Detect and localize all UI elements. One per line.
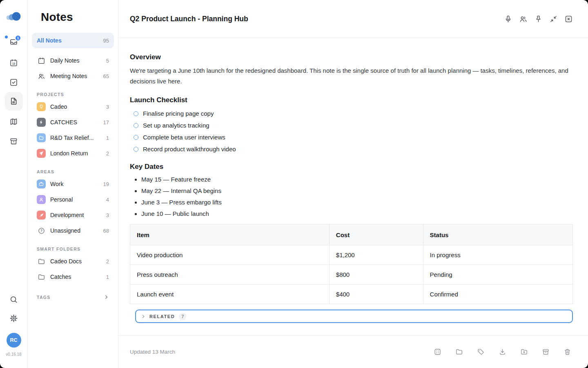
mic-button[interactable] bbox=[503, 14, 513, 24]
chevron-right-icon bbox=[104, 294, 109, 300]
sidebar-item-personal[interactable]: Personal 4 bbox=[32, 192, 114, 207]
table-cell[interactable]: $800 bbox=[329, 265, 423, 285]
sidebar-item-label: Unassigned bbox=[50, 227, 80, 234]
template-button[interactable] bbox=[433, 348, 442, 357]
calendar-13-icon: 13 bbox=[9, 58, 18, 67]
inbox-button[interactable]: 1 bbox=[7, 36, 20, 49]
sidebar-item-label: All Notes bbox=[37, 37, 62, 44]
sidebar-item-label: Daily Notes bbox=[50, 57, 80, 64]
sidebar-item-development[interactable]: Development 3 bbox=[32, 207, 114, 223]
note-header: Q2 Product Launch - Planning Hub bbox=[118, 0, 588, 38]
sidebar-item-label: Cadeo bbox=[50, 103, 67, 110]
user-avatar[interactable]: RC bbox=[7, 333, 21, 348]
note-title: Q2 Product Launch - Planning Hub bbox=[130, 15, 248, 23]
archive-button[interactable] bbox=[7, 135, 20, 148]
checklist-item-label: Record product walkthrough video bbox=[143, 146, 236, 153]
overview-paragraph: We're targeting a June 10th launch for t… bbox=[130, 65, 573, 87]
export-button[interactable] bbox=[498, 348, 507, 357]
checklist-item: Set up analytics tracking bbox=[130, 119, 573, 131]
settings-button[interactable] bbox=[7, 312, 20, 325]
sidebar-title: Notes bbox=[41, 11, 114, 24]
checkbox-icon[interactable] bbox=[134, 111, 138, 116]
budget-table: Item Cost Status Video production $1,200… bbox=[130, 224, 573, 304]
dates-list: May 15 — Feature freeze May 22 — Interna… bbox=[130, 174, 573, 220]
checkbox-icon[interactable] bbox=[134, 147, 138, 152]
table-cell[interactable]: $1,200 bbox=[329, 245, 423, 265]
item-count: 3 bbox=[106, 212, 109, 218]
archive-note-button[interactable] bbox=[541, 348, 550, 357]
sidebar-item-catches[interactable]: CATCHES 17 bbox=[32, 114, 114, 130]
daily-calendar-button[interactable]: 13 bbox=[7, 56, 20, 69]
item-count: 3 bbox=[106, 104, 109, 110]
table-row: Launch event $400 Confirmed bbox=[130, 285, 573, 304]
checklist-item-label: Set up analytics tracking bbox=[143, 122, 209, 129]
checkbox-icon[interactable] bbox=[134, 135, 138, 140]
sidebar-item-cadeo-docs[interactable]: Cadeo Docs 2 bbox=[32, 254, 114, 269]
folder-icon bbox=[455, 348, 463, 356]
collapse-button[interactable] bbox=[548, 14, 558, 24]
people-icon bbox=[519, 15, 528, 23]
item-count: 17 bbox=[103, 119, 109, 126]
checkbox-icon[interactable] bbox=[134, 123, 138, 128]
item-count: 2 bbox=[106, 150, 109, 157]
folder-icon bbox=[37, 133, 46, 142]
table-cell[interactable]: Press outreach bbox=[130, 265, 330, 285]
sidebar-item-daily-notes[interactable]: Daily Notes 5 bbox=[32, 53, 114, 68]
sidebar-item-catches-folder[interactable]: Catches 1 bbox=[32, 269, 114, 285]
sidebar-item-all-notes[interactable]: All Notes 95 bbox=[32, 33, 114, 48]
item-count: 4 bbox=[106, 197, 109, 203]
updated-timestamp: Updated 13 March bbox=[130, 349, 175, 355]
checklist-heading: Launch Checklist bbox=[130, 96, 573, 104]
related-toggle[interactable]: RELATED 7 bbox=[135, 310, 573, 323]
gear-icon bbox=[9, 314, 18, 323]
sidebar-item-cadeo[interactable]: Cadeo 3 bbox=[32, 99, 114, 114]
map-icon bbox=[9, 117, 18, 126]
app-logo[interactable] bbox=[6, 11, 22, 24]
budget-table-container: Item Cost Status Video production $1,200… bbox=[130, 224, 573, 305]
sidebar-item-rd-tax-relief[interactable]: R&D Tax Relief... 1 bbox=[32, 130, 114, 146]
table-cell[interactable]: Confirmed bbox=[423, 285, 572, 304]
share-button[interactable] bbox=[518, 14, 528, 24]
table-cell[interactable]: $400 bbox=[329, 285, 423, 304]
sidebar-item-unassigned[interactable]: ? Unassigned 68 bbox=[32, 223, 114, 238]
pin-button[interactable] bbox=[533, 14, 543, 24]
table-cell[interactable]: In progress bbox=[423, 245, 572, 265]
sidebar-item-meeting-notes[interactable]: Meeting Notes 65 bbox=[32, 68, 114, 84]
icon-rail: 1 13 bbox=[0, 0, 28, 368]
item-count: 1 bbox=[106, 135, 109, 141]
item-count: 19 bbox=[103, 181, 109, 187]
column-header: Item bbox=[130, 224, 330, 245]
pin-icon bbox=[534, 15, 543, 23]
zap-icon bbox=[37, 118, 46, 127]
related-count-badge: 7 bbox=[179, 313, 186, 320]
delete-button[interactable] bbox=[563, 348, 572, 357]
sidebar-item-work[interactable]: Work 19 bbox=[32, 176, 114, 192]
table-cell[interactable]: Pending bbox=[423, 265, 572, 285]
search-icon bbox=[9, 295, 18, 304]
overview-heading: Overview bbox=[130, 53, 573, 61]
map-button[interactable] bbox=[7, 115, 20, 128]
item-count: 95 bbox=[103, 38, 109, 44]
table-cell[interactable]: Launch event bbox=[130, 285, 330, 304]
close-note-button[interactable] bbox=[564, 14, 573, 24]
tag-button[interactable] bbox=[476, 348, 485, 357]
checklist-item: Complete beta user interviews bbox=[130, 131, 573, 143]
archive-icon bbox=[542, 348, 550, 356]
sidebar-item-label: London Return bbox=[50, 150, 88, 157]
sidebar: Notes All Notes 95 Daily Notes 5 bbox=[28, 0, 118, 368]
move-to-folder-button[interactable] bbox=[454, 348, 463, 357]
note-body[interactable]: Overview We're targeting a June 10th lau… bbox=[118, 38, 588, 335]
tags-toggle[interactable]: TAGS bbox=[32, 294, 114, 300]
folder-icon bbox=[37, 258, 46, 265]
table-cell[interactable]: Video production bbox=[130, 245, 330, 265]
sidebar-item-label: Development bbox=[50, 212, 84, 218]
tasks-button[interactable] bbox=[7, 76, 20, 89]
archive-icon bbox=[9, 137, 18, 146]
grid-icon bbox=[434, 348, 441, 356]
tag-icon bbox=[477, 348, 485, 356]
search-button[interactable] bbox=[7, 293, 20, 306]
add-to-folder-button[interactable] bbox=[519, 348, 528, 357]
briefcase-icon bbox=[37, 180, 46, 188]
sidebar-item-london-return[interactable]: London Return 2 bbox=[32, 146, 114, 161]
notes-button[interactable] bbox=[5, 92, 23, 110]
